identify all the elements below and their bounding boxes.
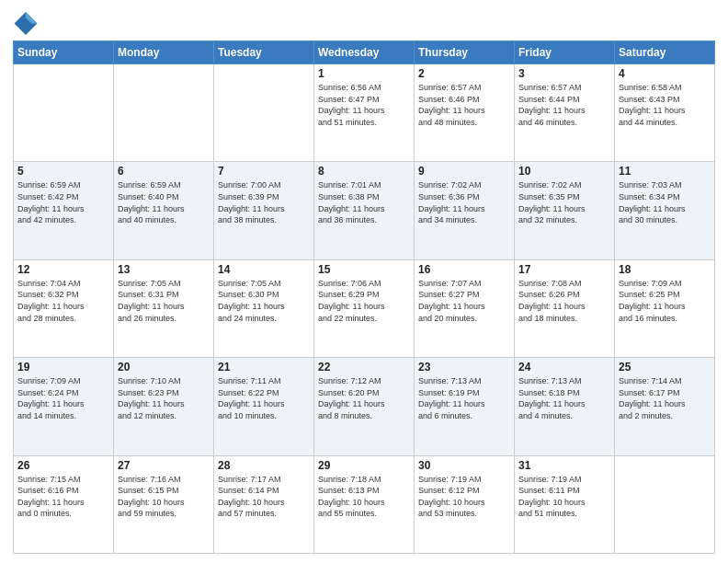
day-info: Sunrise: 7:19 AM Sunset: 6:11 PM Dayligh… — [518, 474, 610, 520]
day-info: Sunrise: 7:13 AM Sunset: 6:18 PM Dayligh… — [518, 375, 610, 421]
day-number: 28 — [218, 459, 310, 472]
day-info: Sunrise: 7:04 AM Sunset: 6:32 PM Dayligh… — [17, 278, 109, 324]
day-number: 12 — [17, 263, 109, 276]
calendar-cell: 9Sunrise: 7:02 AM Sunset: 6:36 PM Daylig… — [415, 162, 515, 259]
calendar-week-5: 26Sunrise: 7:15 AM Sunset: 6:16 PM Dayli… — [14, 455, 715, 553]
day-info: Sunrise: 7:09 AM Sunset: 6:24 PM Dayligh… — [17, 375, 109, 421]
day-number: 3 — [518, 67, 610, 80]
calendar-cell: 17Sunrise: 7:08 AM Sunset: 6:26 PM Dayli… — [515, 259, 615, 357]
calendar-header-tuesday: Tuesday — [214, 41, 314, 64]
calendar-cell: 25Sunrise: 7:14 AM Sunset: 6:17 PM Dayli… — [615, 358, 715, 455]
calendar-cell: 14Sunrise: 7:05 AM Sunset: 6:30 PM Dayli… — [214, 259, 314, 357]
day-info: Sunrise: 7:19 AM Sunset: 6:12 PM Dayligh… — [418, 474, 510, 520]
calendar-cell: 2Sunrise: 6:57 AM Sunset: 6:46 PM Daylig… — [415, 64, 515, 162]
calendar-cell — [14, 64, 114, 162]
calendar-header-monday: Monday — [114, 41, 214, 64]
day-number: 11 — [619, 165, 711, 178]
day-info: Sunrise: 7:02 AM Sunset: 6:35 PM Dayligh… — [518, 179, 610, 225]
day-info: Sunrise: 7:15 AM Sunset: 6:16 PM Dayligh… — [17, 474, 109, 520]
day-info: Sunrise: 7:07 AM Sunset: 6:27 PM Dayligh… — [418, 278, 510, 324]
calendar-table: SundayMondayTuesdayWednesdayThursdayFrid… — [13, 40, 715, 554]
calendar-cell: 23Sunrise: 7:13 AM Sunset: 6:19 PM Dayli… — [415, 358, 515, 455]
calendar-cell: 30Sunrise: 7:19 AM Sunset: 6:12 PM Dayli… — [415, 455, 515, 553]
day-info: Sunrise: 7:08 AM Sunset: 6:26 PM Dayligh… — [518, 278, 610, 324]
day-number: 19 — [17, 361, 109, 373]
calendar-week-3: 12Sunrise: 7:04 AM Sunset: 6:32 PM Dayli… — [14, 259, 715, 357]
calendar-cell: 1Sunrise: 6:56 AM Sunset: 6:47 PM Daylig… — [314, 64, 415, 162]
calendar-cell: 8Sunrise: 7:01 AM Sunset: 6:38 PM Daylig… — [314, 162, 415, 259]
day-info: Sunrise: 7:05 AM Sunset: 6:30 PM Dayligh… — [218, 278, 310, 324]
day-info: Sunrise: 7:02 AM Sunset: 6:36 PM Dayligh… — [418, 179, 510, 225]
calendar-cell: 11Sunrise: 7:03 AM Sunset: 6:34 PM Dayli… — [615, 162, 715, 259]
day-info: Sunrise: 6:58 AM Sunset: 6:43 PM Dayligh… — [619, 82, 711, 128]
calendar-cell: 15Sunrise: 7:06 AM Sunset: 6:29 PM Dayli… — [314, 259, 415, 357]
calendar-header-friday: Friday — [515, 41, 615, 64]
calendar-week-2: 5Sunrise: 6:59 AM Sunset: 6:42 PM Daylig… — [14, 162, 715, 259]
day-info: Sunrise: 6:59 AM Sunset: 6:40 PM Dayligh… — [118, 179, 210, 225]
calendar-cell: 10Sunrise: 7:02 AM Sunset: 6:35 PM Dayli… — [515, 162, 615, 259]
calendar-cell: 13Sunrise: 7:05 AM Sunset: 6:31 PM Dayli… — [114, 259, 214, 357]
day-number: 17 — [518, 263, 610, 276]
day-info: Sunrise: 7:12 AM Sunset: 6:20 PM Dayligh… — [318, 375, 410, 421]
day-number: 14 — [218, 263, 310, 276]
calendar-header-thursday: Thursday — [415, 41, 515, 64]
day-info: Sunrise: 6:57 AM Sunset: 6:46 PM Dayligh… — [418, 82, 510, 128]
calendar-cell: 6Sunrise: 6:59 AM Sunset: 6:40 PM Daylig… — [114, 162, 214, 259]
calendar-header-wednesday: Wednesday — [314, 41, 415, 64]
calendar-cell: 28Sunrise: 7:17 AM Sunset: 6:14 PM Dayli… — [214, 455, 314, 553]
day-info: Sunrise: 7:01 AM Sunset: 6:38 PM Dayligh… — [318, 179, 410, 225]
day-info: Sunrise: 6:57 AM Sunset: 6:44 PM Dayligh… — [518, 82, 610, 128]
day-info: Sunrise: 7:18 AM Sunset: 6:13 PM Dayligh… — [318, 474, 410, 520]
day-info: Sunrise: 7:10 AM Sunset: 6:23 PM Dayligh… — [118, 375, 210, 421]
calendar-week-1: 1Sunrise: 6:56 AM Sunset: 6:47 PM Daylig… — [14, 64, 715, 162]
day-number: 25 — [619, 361, 711, 373]
calendar-cell: 29Sunrise: 7:18 AM Sunset: 6:13 PM Dayli… — [314, 455, 415, 553]
calendar-cell: 18Sunrise: 7:09 AM Sunset: 6:25 PM Dayli… — [615, 259, 715, 357]
calendar-cell: 20Sunrise: 7:10 AM Sunset: 6:23 PM Dayli… — [114, 358, 214, 455]
calendar-cell: 12Sunrise: 7:04 AM Sunset: 6:32 PM Dayli… — [14, 259, 114, 357]
day-info: Sunrise: 7:11 AM Sunset: 6:22 PM Dayligh… — [218, 375, 310, 421]
calendar-cell: 7Sunrise: 7:00 AM Sunset: 6:39 PM Daylig… — [214, 162, 314, 259]
day-info: Sunrise: 7:05 AM Sunset: 6:31 PM Dayligh… — [118, 278, 210, 324]
header — [13, 9, 715, 35]
day-number: 29 — [318, 459, 410, 472]
calendar-header-sunday: Sunday — [14, 41, 114, 64]
day-number: 30 — [418, 459, 510, 472]
calendar-cell — [114, 64, 214, 162]
day-info: Sunrise: 7:17 AM Sunset: 6:14 PM Dayligh… — [218, 474, 310, 520]
day-number: 18 — [619, 263, 711, 276]
calendar-cell — [214, 64, 314, 162]
calendar-cell: 27Sunrise: 7:16 AM Sunset: 6:15 PM Dayli… — [114, 455, 214, 553]
day-number: 26 — [17, 459, 109, 472]
day-number: 2 — [418, 67, 510, 80]
logo — [13, 9, 42, 35]
calendar-cell: 3Sunrise: 6:57 AM Sunset: 6:44 PM Daylig… — [515, 64, 615, 162]
calendar-cell: 4Sunrise: 6:58 AM Sunset: 6:43 PM Daylig… — [615, 64, 715, 162]
calendar-cell: 21Sunrise: 7:11 AM Sunset: 6:22 PM Dayli… — [214, 358, 314, 455]
day-info: Sunrise: 6:59 AM Sunset: 6:42 PM Dayligh… — [17, 179, 109, 225]
day-number: 4 — [619, 67, 711, 80]
day-number: 7 — [218, 165, 310, 178]
day-number: 21 — [218, 361, 310, 373]
day-number: 8 — [318, 165, 410, 178]
day-number: 15 — [318, 263, 410, 276]
day-number: 20 — [118, 361, 210, 373]
page: SundayMondayTuesdayWednesdayThursdayFrid… — [0, 0, 728, 563]
calendar-header-row: SundayMondayTuesdayWednesdayThursdayFrid… — [14, 41, 715, 64]
day-info: Sunrise: 7:03 AM Sunset: 6:34 PM Dayligh… — [619, 179, 711, 225]
calendar-cell: 19Sunrise: 7:09 AM Sunset: 6:24 PM Dayli… — [14, 358, 114, 455]
day-number: 16 — [418, 263, 510, 276]
day-info: Sunrise: 6:56 AM Sunset: 6:47 PM Dayligh… — [318, 82, 410, 128]
calendar-cell: 26Sunrise: 7:15 AM Sunset: 6:16 PM Dayli… — [14, 455, 114, 553]
calendar-cell: 22Sunrise: 7:12 AM Sunset: 6:20 PM Dayli… — [314, 358, 415, 455]
calendar-cell: 5Sunrise: 6:59 AM Sunset: 6:42 PM Daylig… — [14, 162, 114, 259]
day-number: 27 — [118, 459, 210, 472]
day-number: 31 — [518, 459, 610, 472]
calendar-cell: 16Sunrise: 7:07 AM Sunset: 6:27 PM Dayli… — [415, 259, 515, 357]
calendar-week-4: 19Sunrise: 7:09 AM Sunset: 6:24 PM Dayli… — [14, 358, 715, 455]
day-info: Sunrise: 7:06 AM Sunset: 6:29 PM Dayligh… — [318, 278, 410, 324]
day-number: 23 — [418, 361, 510, 373]
day-info: Sunrise: 7:09 AM Sunset: 6:25 PM Dayligh… — [619, 278, 711, 324]
day-number: 6 — [118, 165, 210, 178]
day-info: Sunrise: 7:00 AM Sunset: 6:39 PM Dayligh… — [218, 179, 310, 225]
